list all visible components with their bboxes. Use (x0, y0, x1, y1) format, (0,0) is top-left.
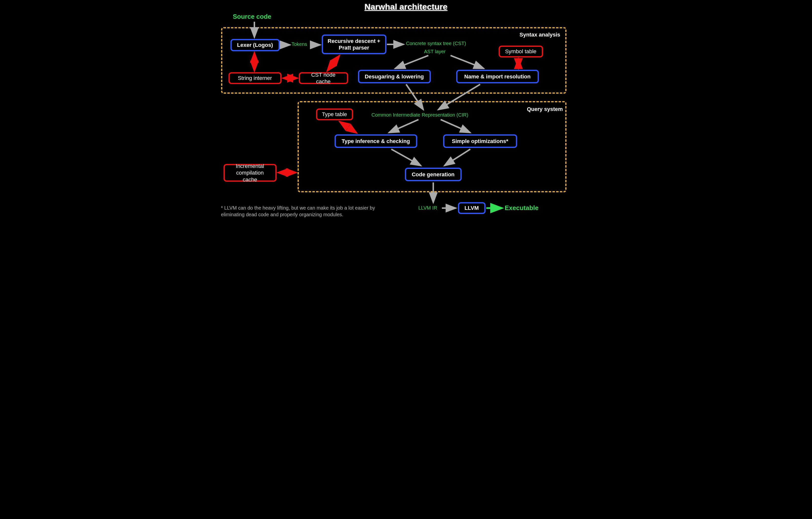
box-lexer: Lexer (Logos) (230, 39, 280, 51)
label-cst: Concrete syntax tree (CST) (406, 41, 466, 47)
label-cir: Common Intermediate Representation (CIR) (372, 112, 468, 118)
region-label-query: Query system (527, 106, 563, 113)
diagram-title: Narwhal architecture (365, 2, 447, 11)
label-tokens: Tokens (292, 41, 307, 47)
box-optimizations: Simple optimizations* (443, 134, 517, 148)
box-llvm: LLVM (458, 202, 486, 214)
diagram-canvas: Narwhal architecture Source code Syntax … (214, 0, 599, 247)
box-string-interner: String interner (229, 72, 282, 84)
footnote: * LLVM can do the heavy lifting, but we … (221, 205, 379, 218)
label-source-code: Source code (233, 13, 271, 21)
label-ast-layer: AST layer (424, 49, 445, 55)
box-symbol-table: Symbol table (499, 45, 543, 57)
box-parser: Recursive descent + Pratt parser (322, 34, 386, 54)
box-type-checking: Type inference & checking (335, 134, 417, 148)
box-name-resolution: Name & import resolution (456, 70, 539, 83)
box-cst-cache: CST node cache (299, 72, 348, 84)
region-label-syntax: Syntax analysis (520, 32, 560, 38)
label-executable: Executable (505, 204, 539, 212)
box-type-table: Type table (316, 109, 353, 120)
box-desugar: Desugaring & lowering (358, 70, 431, 83)
box-codegen: Code generation (405, 167, 462, 181)
box-incremental-cache: Incremental compilation cache (224, 164, 277, 182)
label-llvm-ir: LLVM IR (418, 205, 437, 211)
